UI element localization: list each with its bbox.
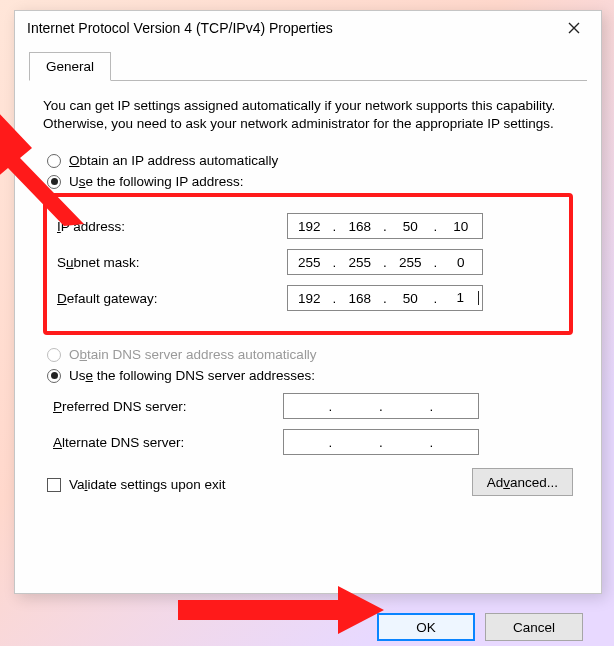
ip-address-label: IP address: bbox=[57, 219, 287, 234]
highlight-box: IP address: 192. 168. 50. 10 Subnet mask… bbox=[43, 193, 573, 335]
close-button[interactable] bbox=[555, 14, 593, 42]
ip-address-input[interactable]: 192. 168. 50. 10 bbox=[287, 213, 483, 239]
radio-ip-auto-label: Obtain an IP address automatically bbox=[69, 153, 278, 168]
window-title: Internet Protocol Version 4 (TCP/IPv4) P… bbox=[27, 20, 555, 36]
checkbox-icon bbox=[47, 478, 61, 492]
ok-button[interactable]: OK bbox=[377, 613, 475, 641]
advanced-button[interactable]: Advanced... bbox=[472, 468, 573, 496]
gateway-label: Default gateway: bbox=[57, 291, 287, 306]
alternate-dns-label: Alternate DNS server: bbox=[53, 435, 283, 450]
titlebar: Internet Protocol Version 4 (TCP/IPv4) P… bbox=[15, 11, 601, 45]
preferred-dns-input[interactable]: . . . bbox=[283, 393, 479, 419]
help-text: You can get IP settings assigned automat… bbox=[43, 97, 573, 133]
subnet-label: Subnet mask: bbox=[57, 255, 287, 270]
properties-dialog: Internet Protocol Version 4 (TCP/IPv4) P… bbox=[14, 10, 602, 594]
dns-group: Preferred DNS server: . . . Alternate DN… bbox=[43, 393, 573, 455]
radio-icon bbox=[47, 348, 61, 362]
radio-icon bbox=[47, 154, 61, 168]
radio-ip-auto[interactable]: Obtain an IP address automatically bbox=[47, 153, 573, 168]
cancel-button[interactable]: Cancel bbox=[485, 613, 583, 641]
radio-dns-auto: Obtain DNS server address automatically bbox=[47, 347, 573, 362]
gateway-input[interactable]: 192. 168. 50. 1 bbox=[287, 285, 483, 311]
radio-icon bbox=[47, 369, 61, 383]
validate-label: Validate settings upon exit bbox=[69, 477, 226, 492]
tab-general[interactable]: General bbox=[29, 52, 111, 81]
tab-content: You can get IP settings assigned automat… bbox=[15, 81, 601, 510]
radio-dns-manual-label: Use the following DNS server addresses: bbox=[69, 368, 315, 383]
subnet-input[interactable]: 255. 255. 255. 0 bbox=[287, 249, 483, 275]
radio-dns-manual[interactable]: Use the following DNS server addresses: bbox=[47, 368, 573, 383]
radio-ip-manual-label: Use the following IP address: bbox=[69, 174, 244, 189]
preferred-dns-label: Preferred DNS server: bbox=[53, 399, 283, 414]
radio-dns-auto-label: Obtain DNS server address automatically bbox=[69, 347, 317, 362]
tabstrip: General bbox=[29, 51, 587, 81]
alternate-dns-input[interactable]: . . . bbox=[283, 429, 479, 455]
radio-ip-manual[interactable]: Use the following IP address: bbox=[47, 174, 573, 189]
radio-icon bbox=[47, 175, 61, 189]
